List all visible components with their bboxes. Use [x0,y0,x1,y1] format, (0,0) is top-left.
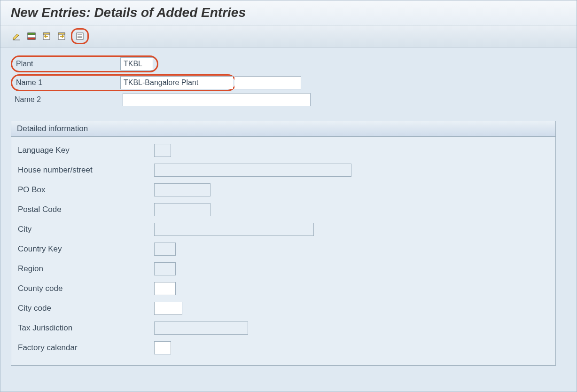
po-box-label: PO Box [18,185,154,195]
tax-jurisdiction-input[interactable] [154,321,248,335]
toolbar [0,25,577,47]
city-code-row: City code [18,299,549,317]
table-view-icon [75,31,85,41]
next-entry-button[interactable] [56,31,67,42]
country-key-input[interactable] [154,243,176,256]
county-code-label: County code [18,284,154,293]
svg-rect-4 [43,33,50,34]
name2-input[interactable] [123,93,311,106]
house-street-label: House number/street [18,165,154,175]
postal-code-label: Postal Code [18,205,154,214]
annotation-name1: Name 1 [11,74,236,91]
edit-button[interactable] [11,31,22,42]
factory-calendar-row: Factory calendar [18,339,549,357]
city-input[interactable] [154,223,314,236]
previous-entry-button[interactable] [41,31,52,42]
detailed-info-group: Detailed information Language Key House … [11,121,556,366]
name2-label: Name 2 [11,95,123,104]
svg-rect-6 [58,33,65,34]
content-area: Plant Name 1 Name 2 Detailed information [0,47,577,371]
county-code-row: County code [18,280,549,298]
language-key-label: Language Key [18,146,154,155]
postal-code-row: Postal Code [18,201,549,219]
delete-row-button[interactable] [26,31,37,42]
city-code-input[interactable] [154,302,182,315]
plant-input[interactable] [120,57,153,71]
factory-calendar-input[interactable] [154,341,171,354]
region-row: Region [18,260,549,278]
annotation-plant: Plant [11,55,158,72]
po-box-input[interactable] [154,183,211,196]
name1-input[interactable] [120,76,233,89]
page-title: New Entries: Details of Added Entries [11,5,566,20]
plant-label: Plant [12,60,120,68]
region-input[interactable] [154,262,176,275]
city-code-label: City code [18,304,154,313]
annotation-circle [71,28,89,44]
title-bar: New Entries: Details of Added Entries [0,0,577,25]
name1-input-ext[interactable] [234,76,301,89]
city-label: City [18,225,154,234]
header-block: Plant Name 1 Name 2 [11,57,571,107]
previous-entry-icon [42,31,51,41]
tax-jurisdiction-row: Tax Jurisdiction [18,319,549,337]
name1-row: Name 1 [11,76,571,90]
po-box-row: PO Box [18,181,549,199]
country-key-row: Country Key [18,240,549,258]
svg-rect-1 [28,33,35,35]
next-entry-icon [57,31,66,41]
language-key-row: Language Key [18,141,549,159]
house-street-row: House number/street [18,161,549,179]
language-key-input[interactable] [154,144,171,157]
app-window: New Entries: Details of Added Entries [0,0,577,392]
city-row: City [18,220,549,238]
plant-row: Plant [11,57,571,71]
factory-calendar-label: Factory calendar [18,343,154,353]
detailed-info-title: Detailed information [11,121,555,137]
edit-icon [12,31,21,41]
delete-row-icon [27,31,36,41]
tax-jurisdiction-label: Tax Jurisdiction [18,323,154,333]
table-view-button[interactable] [74,31,86,42]
detailed-info-body: Language Key House number/street PO Box … [11,137,555,365]
name1-label: Name 1 [12,78,120,87]
county-code-input[interactable] [154,282,176,295]
country-key-label: Country Key [18,244,154,254]
svg-rect-2 [28,38,35,39]
name2-row: Name 2 [11,93,571,107]
region-label: Region [18,264,154,274]
house-street-input[interactable] [154,164,351,177]
postal-code-input[interactable] [154,203,211,216]
